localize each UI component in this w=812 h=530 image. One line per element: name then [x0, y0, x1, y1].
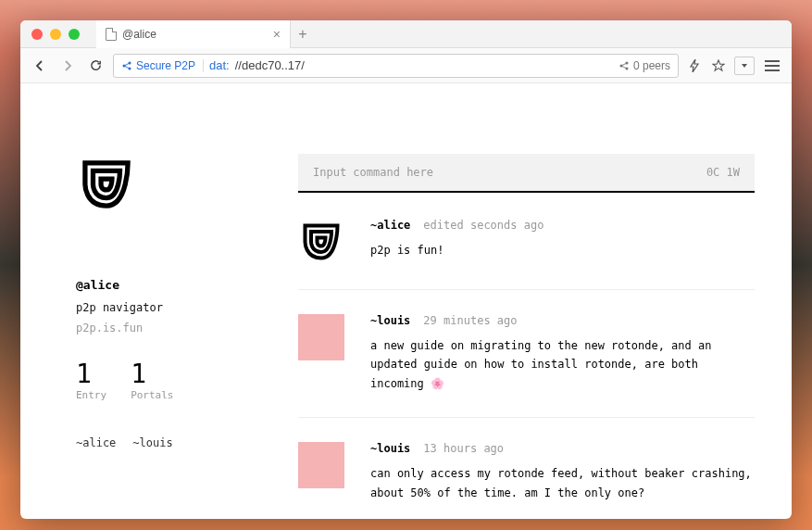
post-timestamp: 29 minutes ago	[423, 314, 517, 327]
share-icon	[121, 60, 132, 71]
profile-sidebar: @alice p2p navigator p2p.is.fun 1 Entry …	[20, 83, 298, 519]
post-text: can only access my rotonde feed, without…	[370, 464, 755, 502]
page-content: @alice p2p navigator p2p.is.fun 1 Entry …	[20, 83, 792, 519]
browser-window: @alice × + Secure P2P dat://dedc70..17/ …	[20, 20, 792, 519]
stat-label: Portals	[131, 389, 173, 401]
avatar	[298, 442, 344, 488]
tab-close-button[interactable]: ×	[273, 27, 281, 42]
stat-group: 1 Entry	[76, 359, 106, 401]
profile-domain: p2p.is.fun	[76, 322, 298, 334]
star-icon[interactable]	[710, 57, 727, 74]
post-body: ~louis 13 hours ago can only access my r…	[370, 442, 755, 502]
command-input[interactable]: Input command here 0C 1W	[298, 154, 755, 193]
post-text: a new guide on migrating to the new roto…	[370, 336, 755, 393]
feed-entry: ~louis 13 hours ago can only access my r…	[298, 442, 755, 502]
menu-button[interactable]	[762, 56, 782, 76]
peers-label: 0 peers	[633, 59, 670, 72]
follow-item[interactable]: ~louis	[132, 436, 172, 449]
command-placeholder: Input command here	[313, 166, 706, 179]
url-scheme: dat:	[209, 58, 230, 72]
post-author[interactable]: ~alice	[370, 219, 410, 232]
profile-logo	[76, 154, 298, 219]
new-tab-button[interactable]: +	[291, 26, 315, 43]
avatar	[298, 314, 344, 360]
post-author[interactable]: ~louis	[370, 442, 410, 455]
feed-area: Input command here 0C 1W ~alice edited s…	[298, 83, 792, 519]
file-icon	[106, 28, 117, 41]
close-window-button[interactable]	[31, 29, 43, 40]
profile-bio: p2p navigator	[76, 301, 298, 314]
command-counter: 0C 1W	[706, 166, 740, 179]
follows-list: ~alice ~louis	[76, 436, 298, 449]
secure-label: Secure P2P	[136, 59, 195, 72]
reload-button[interactable]	[85, 56, 106, 76]
tab-title: @alice	[122, 28, 268, 41]
minimize-window-button[interactable]	[50, 29, 61, 40]
window-controls	[20, 29, 80, 40]
back-button[interactable]	[30, 56, 50, 76]
titlebar: @alice × +	[20, 20, 792, 48]
profile-handle: @alice	[76, 278, 298, 292]
lightning-icon[interactable]	[686, 57, 703, 74]
feed-entry: ~alice edited seconds ago p2p is fun!	[298, 219, 755, 290]
url-path: //dedc70..17/	[235, 58, 305, 72]
stat-label: Entry	[76, 389, 106, 401]
feed: ~alice edited seconds ago p2p is fun! ~l…	[298, 219, 755, 502]
post-text: p2p is fun!	[370, 241, 755, 259]
secure-badge: Secure P2P	[121, 59, 204, 72]
profile-stats: 1 Entry 1 Portals	[76, 359, 298, 401]
post-body: ~louis 29 minutes ago a new guide on mig…	[370, 314, 755, 393]
share-icon	[618, 60, 630, 71]
post-body: ~alice edited seconds ago p2p is fun!	[370, 219, 755, 265]
address-bar[interactable]: Secure P2P dat://dedc70..17/ 0 peers	[113, 54, 679, 78]
avatar	[298, 219, 344, 265]
post-timestamp: 13 hours ago	[423, 442, 504, 455]
post-timestamp: edited seconds ago	[423, 219, 543, 232]
dropdown-button[interactable]	[734, 57, 755, 75]
forward-button[interactable]	[57, 56, 78, 76]
feed-entry: ~louis 29 minutes ago a new guide on mig…	[298, 314, 755, 418]
maximize-window-button[interactable]	[69, 29, 80, 40]
post-author[interactable]: ~louis	[370, 314, 410, 327]
peer-count: 0 peers	[618, 59, 670, 72]
stat-group: 1 Portals	[131, 359, 173, 401]
toolbar: Secure P2P dat://dedc70..17/ 0 peers	[20, 48, 792, 83]
stat-value: 1	[76, 359, 106, 389]
browser-tab[interactable]: @alice ×	[96, 20, 291, 48]
stat-value: 1	[131, 359, 173, 389]
follow-item[interactable]: ~alice	[76, 436, 116, 449]
